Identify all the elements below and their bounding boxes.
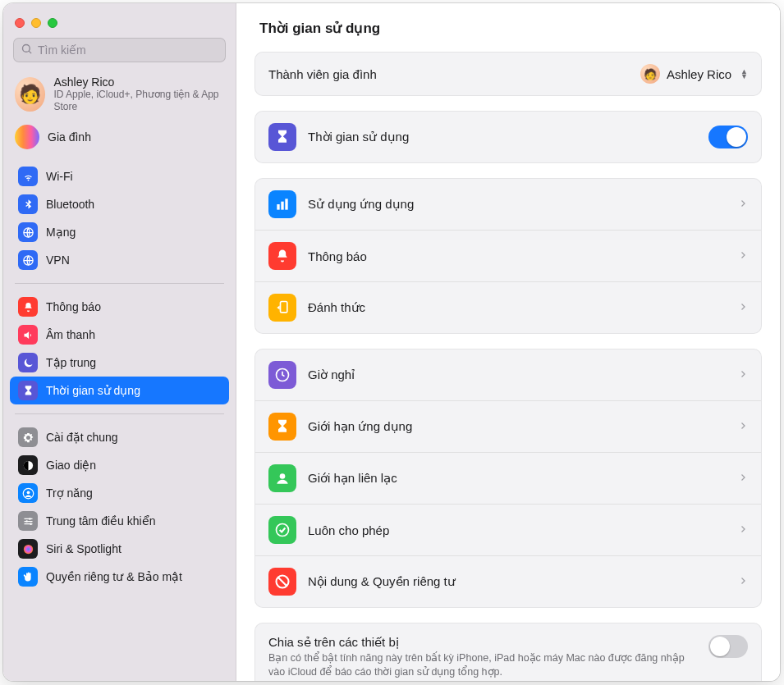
share-toggle[interactable] — [708, 635, 748, 658]
chevron-right-icon — [738, 471, 748, 486]
updown-icon: ▲▼ — [740, 69, 748, 79]
pickup-icon — [268, 294, 296, 322]
chevron-right-icon — [738, 574, 748, 589]
svg-point-8 — [25, 520, 28, 523]
row-comm-limits[interactable]: Giới hạn liên lạc — [255, 452, 761, 504]
sidebar-item-family[interactable]: Gia đình — [3, 120, 236, 158]
sliders-icon — [18, 511, 38, 531]
sidebar-item-label: Giao diện — [46, 459, 96, 472]
svg-point-10 — [23, 544, 32, 553]
sidebar-item-general[interactable]: Cài đặt chung — [10, 423, 229, 451]
sidebar-item-label: Trợ năng — [46, 486, 93, 500]
sidebar-item-label: Cài đặt chung — [46, 431, 118, 444]
hourglass-icon — [268, 413, 296, 441]
svg-line-1 — [29, 51, 31, 53]
row-always-allow[interactable]: Luôn cho phép — [255, 504, 761, 555]
share-across-devices-row: Chia sẻ trên các thiết bị Bạn có thể bật… — [255, 623, 761, 681]
hourglass-icon — [268, 123, 296, 151]
svg-rect-11 — [277, 204, 279, 210]
row-label: Nội dung & Quyền riêng tư — [308, 574, 727, 589]
siri-icon — [18, 539, 38, 559]
contact-icon — [268, 464, 296, 492]
window-controls — [3, 10, 236, 34]
screentime-toggle[interactable] — [708, 126, 748, 148]
svg-point-16 — [280, 473, 286, 479]
contrast-icon — [18, 455, 38, 475]
chevron-right-icon — [738, 249, 748, 263]
chevron-right-icon — [738, 197, 748, 212]
sidebar-item-privacy[interactable]: Quyền riêng tư & Bảo mật — [10, 563, 229, 591]
sidebar-item-label: Quyền riêng tư & Bảo mật — [46, 570, 182, 583]
sidebar-item-accessibility[interactable]: Trợ năng — [10, 479, 229, 507]
sidebar-item-wifi[interactable]: Wi-Fi — [10, 162, 229, 190]
usage-section: Sử dụng ứng dụngThông báoĐánh thức — [254, 178, 762, 334]
svg-point-7 — [29, 518, 31, 520]
search-field[interactable] — [13, 38, 226, 62]
sidebar-item-screentime[interactable]: Thời gian sử dụng — [10, 377, 229, 404]
row-label: Giờ nghỉ — [308, 368, 727, 382]
family-member-picker[interactable]: Thành viên gia đình 🧑 Ashley Rico ▲▼ — [255, 53, 761, 95]
row-app-usage[interactable]: Sử dụng ứng dụng — [255, 179, 761, 230]
svg-point-9 — [30, 523, 32, 525]
sidebar-item-notifications[interactable]: Thông báo — [10, 293, 229, 321]
sidebar-item-appearance[interactable]: Giao diện — [10, 451, 229, 479]
wifi-icon — [18, 167, 38, 186]
hourglass-icon — [18, 381, 38, 400]
sidebar-item-focus[interactable]: Tập trung — [10, 349, 229, 377]
chevron-right-icon — [738, 523, 748, 537]
family-label: Gia đình — [48, 130, 91, 144]
sidebar-item-siri[interactable]: Siri & Spotlight — [10, 535, 229, 563]
share-title: Chia sẻ trên các thiết bị — [268, 635, 697, 650]
system-settings-window: 🧑 Ashley Rico ID Apple, iCloud+, Phương … — [3, 3, 780, 681]
chevron-right-icon — [738, 300, 748, 315]
speaker-icon — [18, 325, 38, 345]
nosign-icon — [268, 568, 296, 596]
minimize-icon[interactable] — [31, 18, 41, 28]
bell-icon — [18, 297, 38, 317]
page-title: Thời gian sử dụng — [236, 3, 780, 47]
share-description: Bạn có thể bật tính năng này trên bất kỳ… — [268, 651, 697, 679]
avatar: 🧑 — [15, 77, 45, 112]
svg-point-6 — [26, 491, 30, 494]
sidebar: 🧑 Ashley Rico ID Apple, iCloud+, Phương … — [3, 3, 236, 681]
row-content[interactable]: Nội dung & Quyền riêng tư — [255, 555, 761, 607]
svg-line-19 — [278, 578, 287, 586]
moon-icon — [18, 353, 38, 372]
sidebar-item-label: Thông báo — [46, 300, 101, 313]
sidebar-item-controlcenter[interactable]: Trung tâm điều khiển — [10, 507, 229, 535]
zoom-icon[interactable] — [48, 18, 57, 28]
sidebar-item-vpn[interactable]: VPN — [10, 246, 229, 274]
family-member-value: Ashley Rico — [667, 67, 731, 81]
globe-icon — [18, 222, 38, 242]
avatar-icon: 🧑 — [640, 64, 660, 84]
sidebar-item-label: Bluetooth — [46, 198, 94, 211]
screentime-toggle-row: Thời gian sử dụng — [255, 112, 761, 162]
svg-rect-13 — [285, 199, 287, 209]
row-app-limits[interactable]: Giới hạn ứng dụng — [255, 400, 761, 452]
row-label: Đánh thức — [308, 300, 727, 315]
row-notif[interactable]: Thông báo — [255, 230, 761, 281]
sidebar-item-label: VPN — [46, 253, 70, 267]
bell-icon — [268, 242, 296, 270]
row-label: Giới hạn liên lạc — [308, 471, 727, 486]
sidebar-item-bluetooth[interactable]: Bluetooth — [10, 190, 229, 218]
svg-rect-12 — [281, 202, 283, 210]
sidebar-item-label: Thời gian sử dụng — [46, 384, 140, 397]
chevron-right-icon — [738, 368, 748, 382]
row-pickups[interactable]: Đánh thức — [255, 281, 761, 333]
sidebar-item-label: Trung tâm điều khiển — [46, 514, 155, 527]
account-name: Ashley Rico — [53, 75, 224, 89]
row-downtime[interactable]: Giờ nghỉ — [255, 349, 761, 400]
content-pane: Thời gian sử dụng Thành viên gia đình 🧑 … — [236, 3, 780, 681]
apple-id-account[interactable]: 🧑 Ashley Rico ID Apple, iCloud+, Phương … — [3, 71, 236, 120]
sidebar-item-label: Wi-Fi — [46, 170, 73, 183]
sidebar-item-network[interactable]: Mạng — [10, 218, 229, 246]
row-label: Giới hạn ứng dụng — [308, 419, 727, 434]
svg-point-0 — [23, 44, 30, 52]
gear-icon — [18, 427, 38, 447]
search-input[interactable] — [38, 43, 218, 57]
family-member-label: Thành viên gia đình — [268, 67, 640, 81]
sidebar-item-sound[interactable]: Âm thanh — [10, 321, 229, 349]
row-label: Thông báo — [308, 249, 727, 263]
close-icon[interactable] — [15, 18, 25, 28]
